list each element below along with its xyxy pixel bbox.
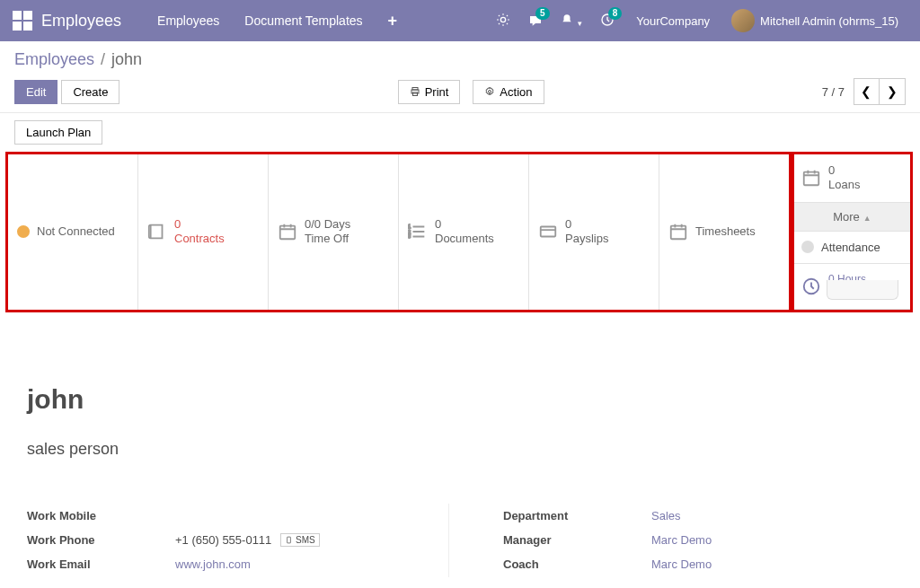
- mobile-icon: [285, 536, 293, 544]
- action-button[interactable]: Action: [473, 80, 544, 104]
- stat-payslips[interactable]: 0Payslips: [529, 154, 659, 310]
- stat-not-connected[interactable]: Not Connected: [8, 154, 138, 310]
- svg-point-5: [489, 91, 491, 93]
- launch-plan-button[interactable]: Launch Plan: [14, 120, 102, 145]
- value-department[interactable]: Sales: [651, 509, 681, 522]
- apps-icon[interactable]: [13, 11, 32, 31]
- value-coach[interactable]: Marc Demo: [651, 557, 712, 571]
- stats-left-highlight: Not Connected 0Contracts 0/0 DaysTime Of…: [5, 152, 792, 312]
- action-label: Action: [500, 85, 532, 99]
- user-label: Mitchell Admin (ohrms_15): [760, 14, 898, 28]
- employee-name: john: [27, 384, 893, 415]
- stat-attendance[interactable]: Attendance: [794, 232, 910, 264]
- stat-contracts[interactable]: 0Contracts: [138, 154, 269, 310]
- messages-icon[interactable]: 5: [528, 13, 543, 30]
- print-label: Print: [425, 85, 449, 99]
- app-title: Employees: [41, 12, 121, 31]
- nav-document-templates[interactable]: Document Templates: [244, 13, 362, 28]
- calendar-icon: [668, 222, 688, 241]
- control-bar: Employees / john Edit Create Print Actio…: [0, 41, 920, 113]
- print-icon: [410, 86, 420, 97]
- employee-photo-placeholder: [827, 280, 898, 300]
- svg-rect-12: [804, 172, 819, 186]
- breadcrumb-active: john: [111, 50, 142, 68]
- stat-timeoff[interactable]: 0/0 DaysTime Off: [269, 154, 399, 310]
- breadcrumb-sep: /: [101, 50, 105, 68]
- presence-dot-icon: [801, 241, 814, 253]
- activities-icon[interactable]: 8: [600, 13, 615, 30]
- create-button[interactable]: Create: [61, 80, 119, 104]
- user-menu[interactable]: Mitchell Admin (ohrms_15): [731, 9, 898, 32]
- label-work-email: Work Email: [27, 557, 175, 571]
- sms-button[interactable]: SMS: [280, 533, 320, 547]
- label-department: Department: [503, 509, 651, 522]
- calendar-icon: [278, 222, 297, 241]
- print-button[interactable]: Print: [398, 80, 461, 104]
- pager-arrows: ❮ ❯: [854, 78, 906, 105]
- value-manager[interactable]: Marc Demo: [651, 533, 712, 547]
- pager-prev[interactable]: ❮: [854, 79, 880, 104]
- svg-rect-14: [288, 537, 291, 543]
- calendar-icon: [801, 168, 821, 188]
- svg-rect-10: [541, 227, 556, 237]
- stat-loans[interactable]: 0Loans: [794, 154, 910, 203]
- pager-next[interactable]: ❯: [880, 79, 905, 104]
- chevron-up-icon: ▲: [863, 214, 871, 223]
- gear-icon: [484, 86, 495, 97]
- nav-employees[interactable]: Employees: [157, 13, 219, 28]
- top-navbar: Employees Employees Document Templates +…: [0, 0, 920, 41]
- employee-job-title: sales person: [27, 440, 893, 459]
- edit-button[interactable]: Edit: [14, 80, 58, 104]
- company-switcher[interactable]: YourCompany: [636, 14, 710, 28]
- label-manager: Manager: [503, 533, 651, 547]
- svg-text:3: 3: [408, 234, 411, 240]
- label-work-mobile: Work Mobile: [27, 509, 175, 522]
- form-body: Launch Plan Not Connected 0Contracts 0/0…: [0, 113, 920, 577]
- debug-icon[interactable]: [496, 13, 510, 30]
- breadcrumb: Employees / john: [14, 50, 906, 69]
- book-icon: [147, 222, 167, 241]
- stat-timesheets[interactable]: Timesheets: [659, 154, 789, 310]
- list-icon: 123: [408, 222, 428, 241]
- value-work-phone: +1 (650) 555-0111 SMS: [175, 533, 320, 547]
- notifications-icon[interactable]: ▾: [561, 13, 583, 29]
- stat-documents[interactable]: 123 0Documents: [399, 154, 529, 310]
- avatar: [731, 9, 755, 32]
- presence-dot-icon: [17, 225, 30, 238]
- stat-boxes-row: Not Connected 0Contracts 0/0 DaysTime Of…: [5, 152, 913, 312]
- value-work-email[interactable]: www.john.com: [175, 557, 251, 571]
- svg-point-0: [500, 17, 505, 22]
- clock-icon: [801, 276, 821, 296]
- label-coach: Coach: [503, 557, 651, 571]
- svg-rect-6: [280, 226, 296, 240]
- messages-badge: 5: [535, 7, 550, 20]
- label-work-phone: Work Phone: [27, 533, 175, 547]
- employee-sheet: john sales person Work Mobile Work Phone…: [0, 312, 920, 578]
- activities-badge: 8: [608, 7, 623, 20]
- breadcrumb-root[interactable]: Employees: [14, 50, 94, 68]
- nav-add-icon[interactable]: +: [388, 12, 398, 31]
- pager-text: 7 / 7: [822, 85, 845, 99]
- svg-rect-11: [671, 226, 686, 240]
- stat-more-toggle[interactable]: More▲: [794, 203, 910, 232]
- card-icon: [538, 222, 558, 241]
